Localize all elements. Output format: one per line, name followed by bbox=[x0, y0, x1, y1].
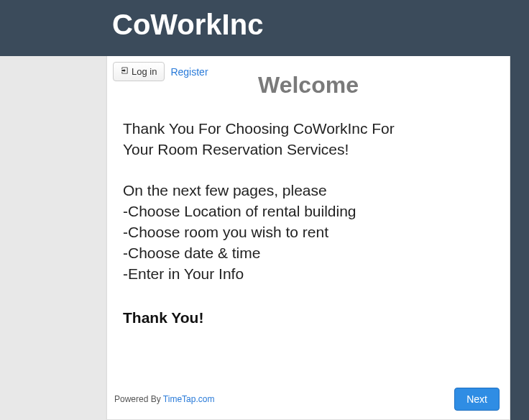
instructions-step-2: -Choose room you wish to rent bbox=[123, 222, 494, 243]
brand-title: CoWorkInc bbox=[112, 9, 263, 41]
login-button-label: Log in bbox=[132, 66, 157, 77]
welcome-body: Thank You For Choosing CoWorkInc For You… bbox=[107, 99, 510, 285]
login-button[interactable]: Log in bbox=[113, 62, 165, 81]
login-icon bbox=[121, 66, 129, 77]
powered-by: Powered By TimeTap.com bbox=[114, 394, 214, 404]
instructions-step-4: -Enter in Your Info bbox=[123, 264, 494, 285]
auth-toolbar: Log in Register bbox=[113, 62, 208, 81]
panel-footer: Powered By TimeTap.com Next bbox=[114, 388, 500, 411]
register-link[interactable]: Register bbox=[170, 66, 208, 78]
powered-by-prefix: Powered By bbox=[114, 394, 163, 404]
intro-line-2: Your Room Reservation Services! bbox=[123, 140, 494, 160]
instructions-step-3: -Choose date & time bbox=[123, 243, 494, 264]
thank-you-text: Thank You! bbox=[107, 285, 510, 327]
welcome-panel: Log in Register Welcome Thank You For Ch… bbox=[106, 56, 510, 420]
intro-line-1: Thank You For Choosing CoWorkInc For bbox=[123, 119, 494, 140]
powered-by-link[interactable]: TimeTap.com bbox=[163, 394, 215, 404]
right-band bbox=[510, 0, 529, 420]
next-button[interactable]: Next bbox=[454, 388, 500, 411]
instructions-lead: On the next few pages, please bbox=[123, 181, 494, 201]
header-band bbox=[0, 0, 529, 56]
instructions-step-1: -Choose Location of rental building bbox=[123, 201, 494, 222]
